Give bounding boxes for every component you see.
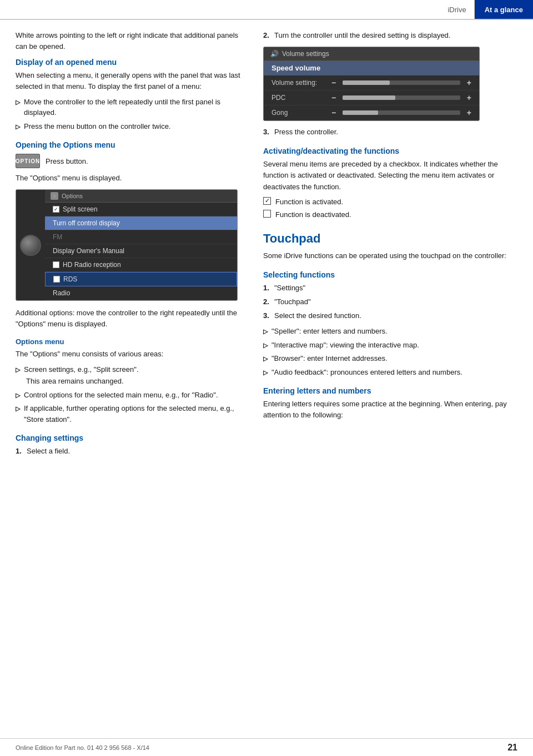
menu-item-fm: FM <box>45 230 237 244</box>
step-number: 2. <box>263 30 271 41</box>
right-steps: 2. Turn the controller until the desired… <box>263 30 517 41</box>
bullet-text: Move the controller to the left repeated… <box>24 97 244 118</box>
bullet-arrow-icon: ▷ <box>263 341 268 351</box>
bullet-text: "Audio feedback": pronounces entered let… <box>271 367 462 378</box>
menu-item-label: FM <box>53 233 62 241</box>
bullet-text: "Speller": enter letters and numbers. <box>271 326 388 337</box>
menu-item-turn-off: Turn off control display <box>45 216 237 230</box>
volume-settings-screenshot: 🔊 Volume settings Speed volume Volume se… <box>263 47 480 121</box>
vol-bar-fill <box>343 80 390 85</box>
controller-side <box>16 190 45 300</box>
step-3-list: 3. Press the controller. <box>263 127 517 138</box>
page-header: iDrive At a glance <box>0 0 533 20</box>
step-3: 3. Press the controller. <box>263 127 517 138</box>
bullet-arrow-icon: ▷ <box>16 404 20 425</box>
vol-label: PDC <box>271 94 327 102</box>
page-footer: Online Edition for Part no. 01 40 2 956 … <box>0 738 533 756</box>
deactivated-label: Function is deactivated. <box>275 209 351 220</box>
step-text: Turn the controller until the desired se… <box>274 30 450 41</box>
activated-row: ✓ Function is activated. <box>263 196 517 208</box>
menu-with-controller: ☆ Options ✓ Split screen Turn off contro… <box>16 190 237 300</box>
checkbox-unchecked-icon <box>53 276 60 283</box>
bullet-arrow-icon: ▷ <box>263 354 268 364</box>
options-menu-bullets: ▷ Screen settings, e.g., "Split screen".… <box>16 364 244 425</box>
bullet-arrow-icon: ▷ <box>16 391 20 401</box>
step-number: 1. <box>263 283 271 294</box>
bullet-item: ▷ "Speller": enter letters and numbers. <box>263 326 517 337</box>
bullet-item: ▷ Screen settings, e.g., "Split screen".… <box>16 364 244 387</box>
volume-setting-item: Volume setting: − + <box>264 75 479 90</box>
vol-minus-icon: − <box>331 78 336 87</box>
touchpad-body: Some iDrive functions can be operated us… <box>263 250 517 261</box>
bullet-arrow-icon: ▷ <box>16 98 20 118</box>
header-ataglance-label: At a glance <box>475 0 533 19</box>
step-1: 1. Select a field. <box>16 446 244 457</box>
vol-label: Gong <box>271 109 327 117</box>
vol-bar <box>343 95 460 100</box>
menu-item-radio: Radio <box>45 286 237 300</box>
step-number: 1. <box>16 446 23 457</box>
menu-item-split-screen: ✓ Split screen <box>45 203 237 216</box>
vol-minus-icon: − <box>331 93 336 102</box>
vol-bar <box>343 80 460 85</box>
bullet-item: ▷ Move the controller to the left repeat… <box>16 97 244 118</box>
vol-label: Volume setting: <box>271 79 327 87</box>
right-column: 2. Turn the controller until the desired… <box>255 30 533 461</box>
opening-options-heading: Opening the Options menu <box>16 140 244 149</box>
left-column: White arrows pointing to the left or rig… <box>0 30 255 461</box>
speed-volume-row: Speed volume <box>264 61 479 75</box>
step-text: Press the controller. <box>274 127 338 138</box>
volume-title: Volume settings <box>282 50 329 58</box>
bullet-text: "Browser": enter Internet addresses. <box>271 353 388 364</box>
vol-plus-icon: + <box>467 93 471 102</box>
selecting-functions-subbullets: ▷ "Speller": enter letters and numbers. … <box>263 326 517 377</box>
bullet-item: ▷ "Interactive map": viewing the interac… <box>263 340 517 351</box>
bullet-text: Press the menu button on the controller … <box>24 121 170 132</box>
option-button-image: OPTION <box>16 154 40 168</box>
bullet-item: ▷ Press the menu button on the controlle… <box>16 121 244 132</box>
step-text: "Touchpad" <box>274 296 311 308</box>
bullet-arrow-icon: ▷ <box>263 368 268 378</box>
gong-item: Gong − + <box>264 105 479 120</box>
bullet-arrow-icon: ▷ <box>16 365 20 387</box>
menu-title-bar: ☆ Options <box>45 190 237 203</box>
volume-icon: 🔊 <box>270 50 279 58</box>
checked-checkbox-icon: ✓ <box>263 197 271 205</box>
options-menu-screenshot: ☆ Options ✓ Split screen Turn off contro… <box>16 189 238 301</box>
bullet-text: "Interactive map": viewing the interacti… <box>271 340 419 351</box>
touchpad-heading: Touchpad <box>263 231 517 246</box>
selecting-functions-steps: 1. "Settings" 2. "Touchpad" 3. Select th… <box>263 283 517 321</box>
step-2: 2. Turn the controller until the desired… <box>263 30 517 41</box>
step-text: Select a field. <box>27 446 70 457</box>
display-opened-menu-bullets: ▷ Move the controller to the left repeat… <box>16 97 244 132</box>
checkbox-unchecked-icon <box>53 261 59 268</box>
bullet-item: ▷ "Browser": enter Internet addresses. <box>263 353 517 364</box>
header-idrive-label: iDrive <box>440 0 474 19</box>
bullet-text: If applicable, further operating options… <box>24 403 244 425</box>
menu-item-label: HD Radio reception <box>63 261 121 269</box>
bullet-arrow-icon: ▷ <box>16 122 20 132</box>
deactivated-row: Function is deactivated. <box>263 209 517 220</box>
volume-title-bar: 🔊 Volume settings <box>264 47 479 61</box>
pdc-item: PDC − + <box>264 90 479 105</box>
activated-label: Function is activated. <box>275 196 343 208</box>
unchecked-checkbox-icon <box>263 210 271 218</box>
bullet-arrow-icon: ▷ <box>263 327 268 337</box>
checkbox-checked-icon: ✓ <box>53 206 59 213</box>
bullet-text: Control options for the selected main me… <box>24 390 218 401</box>
menu-item-rds: RDS <box>45 272 237 286</box>
footer-page-number: 21 <box>507 743 517 753</box>
vol-bar-fill <box>343 95 395 100</box>
menu-title-text: Options <box>62 193 83 199</box>
changing-settings-steps: 1. Select a field. <box>16 446 244 457</box>
changing-settings-heading: Changing settings <box>16 434 244 442</box>
step-sf-1: 1. "Settings" <box>263 283 517 294</box>
menu-item-display-owners: Display Owner's Manual <box>45 244 237 258</box>
entering-letters-body: Entering letters requires some practice … <box>263 399 517 421</box>
menu-item-label: Radio <box>53 289 70 297</box>
bullet-item: ▷ If applicable, further operating optio… <box>16 403 244 425</box>
options-displayed-text: The "Options" menu is displayed. <box>16 173 244 184</box>
page-content: White arrows pointing to the left or rig… <box>0 20 533 461</box>
display-opened-menu-heading: Display of an opened menu <box>16 58 244 67</box>
step-number: 2. <box>263 296 271 308</box>
